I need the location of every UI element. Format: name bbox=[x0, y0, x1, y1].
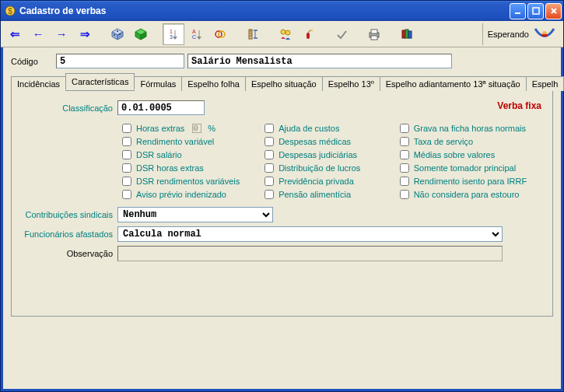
app-icon: $ bbox=[4, 5, 16, 17]
svg-point-35 bbox=[311, 29, 314, 31]
svg-text:A: A bbox=[192, 29, 196, 34]
verba-fixa-badge: Verba fixa bbox=[497, 100, 541, 111]
dynamite-icon[interactable] bbox=[298, 23, 320, 45]
observacao-input[interactable] bbox=[117, 246, 503, 261]
chk-pensao-alimenticia[interactable]: Pensão alimentícia bbox=[264, 190, 384, 199]
nav-prev-button[interactable]: ← bbox=[27, 23, 49, 45]
window-title: Cadastro de verbas bbox=[19, 5, 510, 16]
books-icon[interactable] bbox=[396, 23, 418, 45]
chk-aviso-previo[interactable]: Aviso prévio indenizado bbox=[122, 190, 249, 199]
svg-point-9 bbox=[114, 34, 115, 36]
svg-rect-38 bbox=[371, 36, 377, 40]
toolbar-status: Esperando bbox=[488, 30, 529, 39]
nav-next-button[interactable]: → bbox=[51, 23, 72, 45]
chk-somente-tomador[interactable]: Somente tomador principal bbox=[400, 163, 541, 173]
chk-dsr-rendimentos[interactable]: DSR rendimentos variáveis bbox=[122, 177, 249, 186]
tab-panel-caracteristicas: Classificação Verba fixa Horas extras% R… bbox=[11, 91, 553, 317]
chk-horas-extras[interactable]: Horas extras% bbox=[122, 124, 249, 133]
printer-icon[interactable] bbox=[363, 23, 385, 45]
titlebar: $ Cadastro de verbas bbox=[1, 1, 563, 21]
tab-espelho-situacao[interactable]: Espelho situação bbox=[245, 76, 323, 91]
cube-green-icon[interactable] bbox=[130, 23, 152, 45]
svg-marker-22 bbox=[197, 37, 201, 40]
chk-rendimento-variavel[interactable]: Rendimento variável bbox=[122, 137, 249, 146]
nome-input[interactable] bbox=[187, 54, 452, 68]
content-area: Código Incidências Características Fórmu… bbox=[1, 47, 563, 391]
window-frame: $ Cadastro de verbas ⇐ ← → ⇒ 13 bbox=[0, 0, 564, 392]
nav-last-button[interactable]: ⇒ bbox=[74, 23, 96, 45]
svg-rect-34 bbox=[307, 33, 310, 39]
hammock-icon bbox=[534, 26, 555, 42]
minimize-button[interactable] bbox=[510, 3, 526, 19]
codigo-input[interactable] bbox=[56, 54, 184, 68]
nav-first-button[interactable]: ⇐ bbox=[4, 23, 26, 45]
checkbox-grid: Horas extras% Rendimento variável DSR sa… bbox=[122, 124, 541, 199]
svg-rect-40 bbox=[402, 30, 405, 38]
funcionarios-label: Funcionários afastados bbox=[23, 229, 117, 239]
svg-point-11 bbox=[117, 30, 118, 32]
toolbar: ⇐ ← → ⇒ 13 AC bbox=[1, 21, 563, 47]
svg-rect-42 bbox=[408, 31, 412, 38]
chk-previdencia-privada[interactable]: Previdência privada bbox=[264, 177, 384, 186]
tab-formulas[interactable]: Fórmulas bbox=[134, 76, 182, 91]
sort-numeric-button[interactable]: 13 bbox=[163, 23, 184, 45]
contribuicoes-select[interactable]: Nenhum bbox=[117, 207, 273, 222]
svg-point-32 bbox=[281, 30, 286, 34]
tab-strip: Incidências Características Fórmulas Esp… bbox=[11, 73, 553, 91]
close-button[interactable] bbox=[545, 3, 562, 19]
chk-grava-ficha[interactable]: Grava na ficha horas normais bbox=[400, 124, 541, 133]
svg-text:3: 3 bbox=[170, 34, 173, 40]
pct-sign: % bbox=[208, 124, 215, 133]
chk-distribuicao-lucros[interactable]: Distribuição de lucros bbox=[264, 163, 384, 173]
svg-text:C: C bbox=[192, 34, 196, 40]
svg-rect-41 bbox=[405, 30, 408, 38]
loop-icon[interactable] bbox=[209, 23, 231, 45]
tab-espelho-folha[interactable]: Espelho folha bbox=[181, 76, 246, 91]
svg-rect-44 bbox=[541, 34, 548, 37]
classificacao-input[interactable] bbox=[117, 100, 205, 115]
funcionarios-select[interactable]: Calcula normal bbox=[117, 226, 503, 242]
svg-rect-2 bbox=[515, 12, 520, 14]
svg-rect-3 bbox=[533, 8, 539, 14]
chk-despesas-judiciarias[interactable]: Despesas judiciárias bbox=[264, 150, 384, 159]
svg-text:1: 1 bbox=[170, 29, 173, 34]
chk-ajuda-custos[interactable]: Ajuda de custos bbox=[264, 124, 384, 133]
svg-point-33 bbox=[286, 30, 290, 35]
tab-espelho-adiantamento[interactable]: Espelho adiantamento 13ª situação bbox=[380, 76, 527, 91]
tab-overflow[interactable]: Espelh bbox=[526, 76, 564, 91]
sort-alpha-button[interactable]: AC bbox=[186, 23, 208, 45]
svg-text:$: $ bbox=[8, 7, 12, 16]
svg-rect-37 bbox=[371, 30, 377, 33]
chk-nao-considera-estouro[interactable]: Não considera para estouro bbox=[400, 190, 541, 199]
chk-despesas-medicas[interactable]: Despesas médicas bbox=[264, 137, 384, 146]
svg-point-10 bbox=[119, 33, 121, 35]
chk-taxa-servico[interactable]: Taxa de serviço bbox=[400, 137, 541, 146]
people-icon[interactable] bbox=[275, 23, 296, 45]
codigo-label: Código bbox=[11, 57, 51, 66]
maximize-button[interactable] bbox=[527, 3, 544, 19]
chk-medias-valores[interactable]: Médias sobre valores bbox=[400, 150, 541, 159]
observacao-label: Observação bbox=[23, 249, 117, 258]
svg-marker-18 bbox=[173, 37, 177, 40]
check-icon[interactable] bbox=[331, 23, 352, 45]
chk-dsr-salario[interactable]: DSR salário bbox=[122, 150, 249, 159]
svg-rect-39 bbox=[377, 33, 378, 34]
tab-caracteristicas[interactable]: Características bbox=[65, 73, 135, 90]
horas-pct-input bbox=[192, 124, 201, 133]
chk-rendimento-isento[interactable]: Rendimento isento para IRRF bbox=[400, 177, 541, 186]
tab-espelho-13[interactable]: Espelho 13º bbox=[322, 76, 380, 91]
tab-incidencias[interactable]: Incidências bbox=[11, 76, 66, 91]
contribuicoes-label: Contribuições sindicais bbox=[23, 210, 117, 219]
classificacao-label: Classificação bbox=[23, 103, 117, 113]
chk-dsr-horas-extras[interactable]: DSR horas extras bbox=[122, 163, 249, 173]
ruler-icon[interactable] bbox=[242, 23, 264, 45]
dice-icon[interactable] bbox=[107, 23, 128, 45]
